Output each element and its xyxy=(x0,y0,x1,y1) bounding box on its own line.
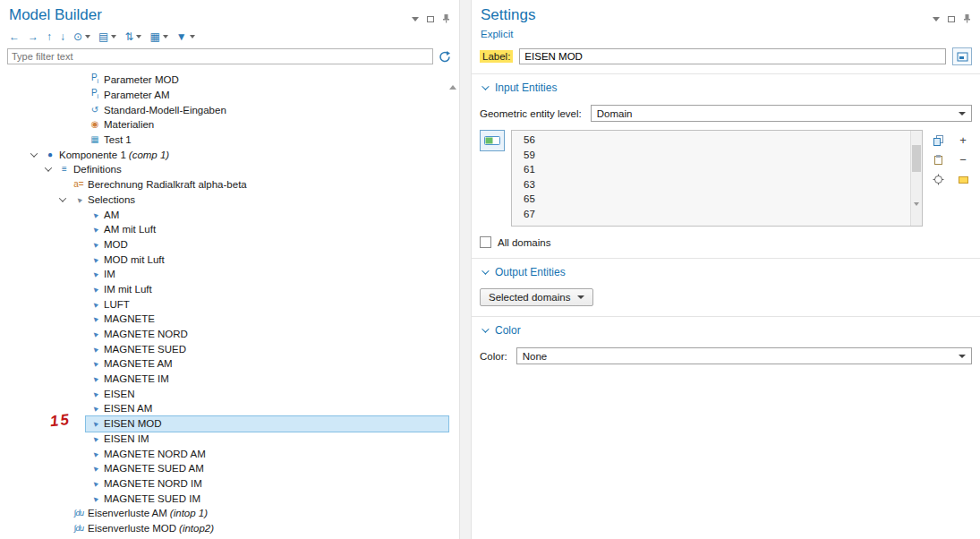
tree-item[interactable]: ▲MAGNETE NORD AM xyxy=(0,446,459,461)
tree-item[interactable]: ▲MAGNETE SUED AM xyxy=(0,461,459,476)
refresh-icon[interactable] xyxy=(438,51,452,63)
selection-listbox[interactable]: 565961636567 xyxy=(511,130,923,227)
float-icon[interactable] xyxy=(427,16,434,22)
selection-list-item[interactable]: 67 xyxy=(524,207,909,222)
move-up-icon[interactable]: ↑ xyxy=(47,30,52,43)
expand-chevron-icon[interactable] xyxy=(27,152,41,158)
tree-item[interactable]: ▲IM mit Luft xyxy=(0,282,459,297)
active-selection-toggle[interactable] xyxy=(480,130,505,151)
tree-item[interactable]: ▲MAGNETE NORD xyxy=(0,327,459,342)
explicit-selection-icon: ▲ xyxy=(87,355,103,372)
zoom-to-selection-icon[interactable] xyxy=(929,170,947,188)
tree-item[interactable]: ▲AM mit Luft xyxy=(0,222,459,237)
forward-icon[interactable]: → xyxy=(28,30,38,43)
output-entities-dropdown-button[interactable]: Selected domains xyxy=(480,288,593,306)
dropdown-caret-icon[interactable] xyxy=(163,35,168,38)
move-down-icon[interactable]: ↓ xyxy=(60,30,65,43)
tree-item-label: IM mit Luft xyxy=(104,284,152,295)
scroll-down-icon[interactable] xyxy=(914,206,919,222)
highlight-selection-icon[interactable] xyxy=(954,170,972,188)
panel-splitter[interactable] xyxy=(459,0,472,539)
tree-item[interactable]: ◉Materialien xyxy=(0,117,459,133)
expand-icon[interactable]: ▦ xyxy=(149,30,167,43)
tree-item[interactable]: PiParameter AM xyxy=(0,88,459,103)
tree-item[interactable]: ▲EISEN xyxy=(0,386,459,401)
selection-list-item[interactable]: 63 xyxy=(524,177,909,192)
pin-icon[interactable] xyxy=(442,11,450,27)
filter-icon[interactable]: ▼ xyxy=(176,30,195,43)
copy-selection-icon[interactable] xyxy=(929,131,947,149)
expand-chevron-icon[interactable] xyxy=(41,167,55,172)
label-field-label: Label: xyxy=(480,50,513,63)
dropdown-caret-icon[interactable] xyxy=(190,35,195,38)
geometric-entity-level-select[interactable]: Domain xyxy=(591,105,972,122)
all-domains-checkbox[interactable] xyxy=(480,236,491,248)
tree-item[interactable]: a=Berechnung Radialkraft alpha-beta xyxy=(0,177,459,192)
tree-item-label: MAGNETE AM xyxy=(104,358,173,369)
listbox-scrollbar[interactable] xyxy=(910,131,922,226)
selection-list-item[interactable]: 56 xyxy=(524,133,909,148)
tree-item[interactable]: ▲IM xyxy=(0,267,459,282)
tree-item-label: Berechnung Radialkraft alpha-beta xyxy=(88,179,247,190)
paste-selection-icon[interactable] xyxy=(929,150,947,168)
dropdown-caret-icon[interactable] xyxy=(136,35,141,38)
explicit-selection-icon: ▲ xyxy=(87,295,103,312)
tree-item[interactable]: PiParameter MOD xyxy=(0,73,459,88)
sort-icon[interactable]: ⇅ xyxy=(124,30,141,43)
panel-menu-icon[interactable] xyxy=(933,17,940,21)
selection-list-item[interactable]: 61 xyxy=(524,162,909,177)
tree-item[interactable]: ∫duEisenverluste AM(intop 1) xyxy=(0,506,459,521)
tree-item[interactable]: ▲MAGNETE AM xyxy=(0,356,459,372)
tree-item[interactable]: ▲MOD xyxy=(0,237,459,252)
app-window: Model Builder ←→↑↓⊙▤⇅▦▼ 15 PiParameter M… xyxy=(0,0,980,539)
tree-item[interactable]: ▲MAGNETE SUED xyxy=(0,341,459,356)
add-to-selection-icon[interactable]: + xyxy=(954,131,972,149)
tree-item[interactable]: ▲MAGNETE SUED IM xyxy=(0,491,459,506)
section-chevron-icon[interactable] xyxy=(480,328,489,333)
dropdown-caret-icon[interactable] xyxy=(111,35,116,38)
color-header[interactable]: Color xyxy=(480,324,972,337)
pin-icon[interactable] xyxy=(963,11,971,27)
back-icon[interactable]: ← xyxy=(9,30,20,43)
output-entities-header[interactable]: Output Entities xyxy=(480,266,972,278)
tree-item[interactable]: ↺Standard-Modell-Eingaben xyxy=(0,102,459,117)
tree-item[interactable]: ▲MAGNETE NORD IM xyxy=(0,476,459,492)
tree-item[interactable]: ∫duEisenverluste MOD(intop2) xyxy=(0,521,459,536)
label-input[interactable] xyxy=(519,48,946,64)
show-icon[interactable]: ⊙ xyxy=(73,30,90,43)
section-title: Color xyxy=(495,324,521,337)
filter-input[interactable] xyxy=(7,48,433,64)
tree-item[interactable]: ▲LUFT xyxy=(0,296,459,312)
tree-item[interactable]: ▦Test 1 xyxy=(0,133,459,148)
tree-item[interactable]: ▲AM xyxy=(0,207,459,222)
selection-list-item[interactable]: 59 xyxy=(524,148,909,163)
tree-item[interactable]: ≡Definitions xyxy=(0,162,459,177)
color-select[interactable]: None xyxy=(516,347,972,364)
node-text-icon[interactable]: ▤ xyxy=(98,30,116,43)
parameter-icon: Pi xyxy=(88,89,102,101)
float-icon[interactable] xyxy=(948,16,955,22)
tree-item[interactable]: ●Komponente 1(comp 1) xyxy=(0,147,459,162)
tree-item-label: Parameter AM xyxy=(104,90,170,100)
tree-item[interactable]: ▲EISEN IM xyxy=(0,432,459,447)
remove-from-selection-icon[interactable]: − xyxy=(954,150,972,168)
scroll-up-icon[interactable] xyxy=(449,74,456,85)
panel-menu-icon[interactable] xyxy=(412,17,419,21)
input-entities-header[interactable]: Input Entities xyxy=(480,81,972,94)
create-selection-button[interactable] xyxy=(952,47,972,65)
tree-item[interactable]: ▲Selections xyxy=(0,192,459,208)
section-chevron-icon[interactable] xyxy=(480,270,489,275)
section-chevron-icon[interactable] xyxy=(480,85,489,90)
expand-chevron-icon[interactable] xyxy=(55,197,70,202)
selection-listbox-items: 565961636567 xyxy=(512,131,922,221)
dropdown-caret-icon[interactable] xyxy=(85,35,90,38)
tree-item[interactable]: ▲MAGNETE IM xyxy=(0,372,459,387)
scrollbar-thumb[interactable] xyxy=(912,145,921,172)
selection-list-item[interactable]: 65 xyxy=(524,192,909,207)
integration-icon: ∫du xyxy=(72,509,86,518)
settings-node-type: Explicit xyxy=(472,27,980,39)
tree-item[interactable]: ▲MAGNETE xyxy=(0,312,459,327)
tree-item-label: Eisenverluste AM xyxy=(88,508,167,518)
tree-item[interactable]: ▲MOD mit Luft xyxy=(0,252,459,267)
output-entities-value: Selected domains xyxy=(489,292,570,303)
